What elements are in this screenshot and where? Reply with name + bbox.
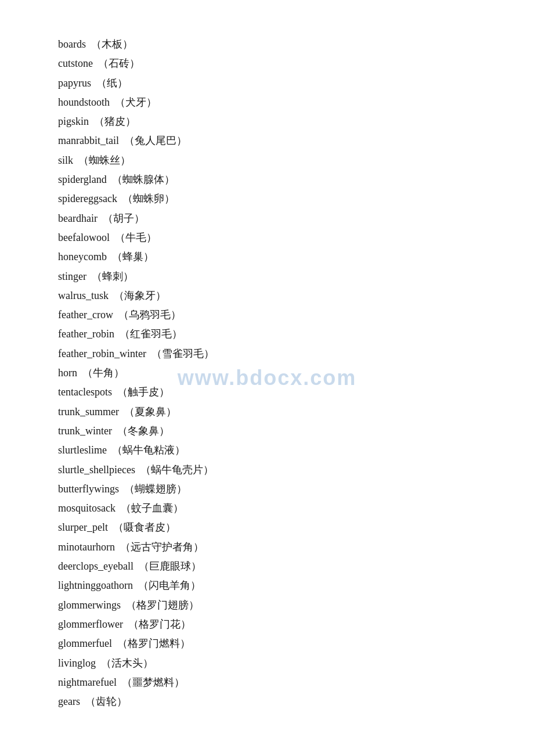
list-item: slurtleslime（蜗牛龟粘液） <box>58 441 488 460</box>
item-en-5: manrabbit_tail <box>58 135 119 146</box>
list-item: minotaurhorn（远古守护者角） <box>58 538 488 557</box>
list-item: gears（齿轮） <box>58 692 488 711</box>
list-item: glommerfuel（格罗门燃料） <box>58 634 488 653</box>
list-item: feather_robin（红雀羽毛） <box>58 325 488 344</box>
item-zh-6: （蜘蛛丝） <box>78 154 131 166</box>
item-en-32: livinglog <box>58 657 96 669</box>
item-en-20: trunk_winter <box>58 425 112 437</box>
item-en-10: beefalowool <box>58 232 110 243</box>
list-item: glommerflower（格罗门花） <box>58 615 488 634</box>
item-en-1: cutstone <box>58 57 93 69</box>
item-zh-29: （格罗门翅膀） <box>126 599 199 611</box>
list-item: tentaclespots（触手皮） <box>58 383 488 402</box>
list-item: spidereggsack（蜘蛛卵） <box>58 189 488 208</box>
list-item: cutstone（石砖） <box>58 54 488 73</box>
item-en-24: mosquitosack <box>58 502 116 514</box>
item-zh-34: （齿轮） <box>85 696 127 707</box>
item-en-26: minotaurhorn <box>58 541 115 553</box>
item-en-25: slurper_pelt <box>58 521 108 533</box>
item-en-30: glommerflower <box>58 618 123 630</box>
item-zh-5: （兔人尾巴） <box>124 135 187 146</box>
list-item: stinger（蜂刺） <box>58 267 488 286</box>
list-item: boards（木板） <box>58 35 488 54</box>
list-item: feather_robin_winter（雪雀羽毛） <box>58 344 488 363</box>
list-item: trunk_winter（冬象鼻） <box>58 422 488 441</box>
item-en-33: nightmarefuel <box>58 676 117 688</box>
item-zh-20: （冬象鼻） <box>117 425 169 437</box>
list-item: slurtle_shellpieces（蜗牛龟壳片） <box>58 460 488 480</box>
item-zh-10: （牛毛） <box>115 232 157 243</box>
item-en-15: feather_robin <box>58 328 114 340</box>
list-item: horn（牛角） <box>58 363 488 383</box>
item-en-13: walrus_tusk <box>58 290 109 301</box>
item-zh-25: （嗫食者皮） <box>113 521 176 533</box>
item-en-22: slurtle_shellpieces <box>58 464 135 476</box>
item-zh-1: （石砖） <box>98 57 140 69</box>
list-item: livinglog（活木头） <box>58 654 488 673</box>
item-zh-16: （雪雀羽毛） <box>151 348 214 359</box>
item-en-3: houndstooth <box>58 96 110 108</box>
item-en-28: lightninggoathorn <box>58 579 133 591</box>
list-item: trunk_summer（夏象鼻） <box>58 402 488 422</box>
list-item: manrabbit_tail（兔人尾巴） <box>58 131 488 150</box>
item-en-19: trunk_summer <box>58 406 119 417</box>
item-zh-28: （闪电羊角） <box>138 579 201 591</box>
list-item: beefalowool（牛毛） <box>58 228 488 247</box>
item-en-7: spidergland <box>58 174 107 185</box>
list-item: pigskin（猪皮） <box>58 112 488 131</box>
list-item: houndstooth（犬牙） <box>58 93 488 112</box>
item-zh-8: （蜘蛛卵） <box>122 193 175 204</box>
item-zh-0: （木板） <box>91 38 133 50</box>
item-zh-12: （蜂刺） <box>92 271 134 282</box>
item-zh-14: （乌鸦羽毛） <box>118 309 181 321</box>
item-en-8: spidereggsack <box>58 193 117 204</box>
item-zh-33: （噩梦燃料） <box>122 676 185 688</box>
item-en-29: glommerwings <box>58 599 121 611</box>
item-list: boards（木板）cutstone（石砖）papyrus（纸）houndsto… <box>58 35 488 711</box>
item-en-9: beardhair <box>58 213 98 224</box>
item-zh-3: （犬牙） <box>115 96 157 108</box>
item-zh-30: （格罗门花） <box>128 618 191 630</box>
item-zh-7: （蜘蛛腺体） <box>112 174 175 185</box>
item-en-4: pigskin <box>58 116 89 127</box>
list-item: mosquitosack（蚊子血囊） <box>58 499 488 518</box>
item-en-21: slurtleslime <box>58 444 107 456</box>
list-item: slurper_pelt（嗫食者皮） <box>58 518 488 537</box>
item-en-17: horn <box>58 367 77 379</box>
item-zh-17: （牛角） <box>82 367 124 379</box>
item-en-2: papyrus <box>58 77 91 89</box>
item-en-14: feather_crow <box>58 309 113 321</box>
item-zh-18: （触手皮） <box>117 386 169 398</box>
item-en-6: silk <box>58 154 73 166</box>
list-item: deerclops_eyeball（巨鹿眼球） <box>58 557 488 576</box>
item-zh-24: （蚊子血囊） <box>121 502 183 514</box>
list-item: lightninggoathorn（闪电羊角） <box>58 576 488 595</box>
list-item: nightmarefuel（噩梦燃料） <box>58 673 488 692</box>
item-zh-26: （远古守护者角） <box>120 541 204 553</box>
item-zh-27: （巨鹿眼球） <box>139 560 201 572</box>
list-item: papyrus（纸） <box>58 74 488 93</box>
item-zh-22: （蜗牛龟壳片） <box>140 464 214 476</box>
item-zh-4: （猪皮） <box>94 116 136 127</box>
item-en-16: feather_robin_winter <box>58 348 146 359</box>
item-en-31: glommerfuel <box>58 638 112 649</box>
list-item: honeycomb（蜂巢） <box>58 247 488 267</box>
item-zh-32: （活木头） <box>101 657 153 669</box>
item-en-0: boards <box>58 38 86 50</box>
item-en-11: honeycomb <box>58 251 107 262</box>
item-en-18: tentaclespots <box>58 386 112 398</box>
list-item: butterflywings（蝴蝶翅膀） <box>58 480 488 499</box>
item-en-23: butterflywings <box>58 483 119 495</box>
list-item: spidergland（蜘蛛腺体） <box>58 170 488 189</box>
item-en-12: stinger <box>58 271 86 282</box>
item-en-27: deerclops_eyeball <box>58 560 134 572</box>
list-item: glommerwings（格罗门翅膀） <box>58 596 488 615</box>
item-zh-19: （夏象鼻） <box>124 406 176 417</box>
item-en-34: gears <box>58 696 80 707</box>
list-item: feather_crow（乌鸦羽毛） <box>58 305 488 325</box>
item-zh-15: （红雀羽毛） <box>120 328 182 340</box>
item-zh-11: （蜂巢） <box>112 251 154 262</box>
item-zh-23: （蝴蝶翅膀） <box>124 483 187 495</box>
item-zh-13: （海象牙） <box>114 290 166 301</box>
item-zh-21: （蜗牛龟粘液） <box>112 444 185 456</box>
